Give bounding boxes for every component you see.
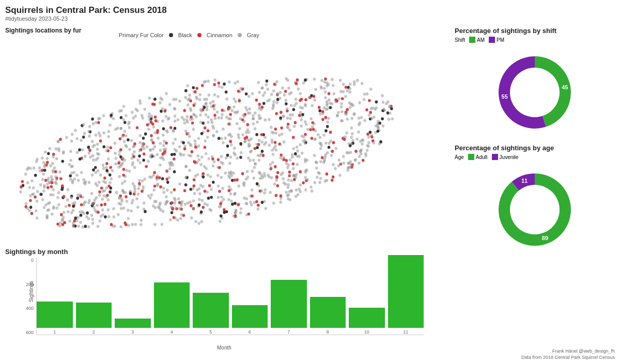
adult-legend-item: Adult bbox=[468, 154, 488, 160]
bar-rect bbox=[310, 297, 346, 328]
juvenile-legend-item: Juvenile bbox=[492, 154, 519, 160]
bar-group: 11 bbox=[388, 255, 424, 335]
main-title: Squirrels in Central Park: Census 2018 bbox=[5, 5, 167, 15]
footer-line1: Frank Hänel @web_design_fh bbox=[521, 348, 615, 355]
scatter-plot bbox=[5, 39, 429, 245]
bar-chart-title: Sightings by month bbox=[5, 248, 429, 256]
adult-label: Adult bbox=[476, 154, 488, 160]
bar-rect bbox=[232, 305, 268, 328]
age-donut-wrapper bbox=[455, 163, 615, 256]
age-donut-chart bbox=[488, 163, 581, 256]
bar-month-label: 7 bbox=[287, 329, 290, 335]
bar-month-label: 4 bbox=[171, 329, 173, 335]
age-legend-label: Age bbox=[455, 154, 464, 160]
bar-rect bbox=[76, 303, 112, 328]
bar-rect bbox=[154, 282, 190, 328]
scatter-canvas bbox=[5, 39, 429, 245]
bar-group: 4 bbox=[154, 282, 190, 335]
bar-group: 3 bbox=[115, 319, 151, 335]
black-label: Black bbox=[178, 32, 192, 38]
am-label: AM bbox=[477, 37, 485, 43]
y-axis-label: Sightings bbox=[28, 281, 34, 302]
bar-month-label: 5 bbox=[209, 329, 212, 335]
gray-label: Gray bbox=[247, 32, 259, 38]
y-tick-0: 0 bbox=[21, 258, 34, 263]
x-axis-label: Month bbox=[217, 345, 231, 351]
pm-label: PM bbox=[497, 37, 504, 43]
cinnamon-label: Cinnamon bbox=[207, 32, 233, 38]
adult-swatch-icon bbox=[468, 154, 474, 160]
bar-rect bbox=[349, 308, 385, 328]
age-chart-title: Percentage of sightings by age bbox=[455, 144, 615, 152]
y-tick-400: 400 bbox=[21, 306, 34, 311]
bars-area: 123456781011 bbox=[36, 258, 424, 335]
bar-rect bbox=[37, 302, 73, 328]
bar-group: 7 bbox=[271, 280, 307, 335]
gray-dot-icon bbox=[238, 33, 242, 37]
bar-month-label: 2 bbox=[92, 329, 95, 335]
bar-rect bbox=[388, 255, 424, 328]
shift-legend: Shift AM PM bbox=[455, 37, 615, 43]
pm-legend-item: PM bbox=[489, 37, 504, 43]
bar-rect bbox=[271, 280, 307, 328]
bar-group: 5 bbox=[193, 293, 229, 335]
bar-month-label: 1 bbox=[53, 329, 56, 335]
footer-line2: Data from 2018 Central Park Squirrel Cen… bbox=[521, 354, 615, 361]
am-swatch-icon bbox=[469, 37, 475, 43]
bar-group: 2 bbox=[76, 303, 112, 335]
bar-rect bbox=[115, 319, 151, 328]
juvenile-swatch-icon bbox=[492, 154, 498, 160]
bar-month-label: 3 bbox=[131, 329, 134, 335]
bar-group: 10 bbox=[349, 308, 385, 335]
am-legend-item: AM bbox=[469, 37, 485, 43]
shift-donut-chart bbox=[488, 46, 581, 139]
bar-chart-container: 600 400 200 0 Sightings 123456781011 Mon… bbox=[21, 258, 434, 351]
bar-month-label: 11 bbox=[403, 329, 408, 335]
bar-rect bbox=[193, 293, 229, 328]
sightings-label: Sightings locations by fur bbox=[5, 27, 81, 34]
cinnamon-dot-icon bbox=[197, 33, 202, 37]
bar-group: 6 bbox=[232, 305, 268, 335]
pm-swatch-icon bbox=[489, 37, 495, 43]
shift-legend-label: Shift bbox=[455, 37, 465, 43]
fur-color-legend-label: Primary Fur Color bbox=[119, 32, 164, 38]
bar-chart-section: Sightings by month 600 400 200 0 Sightin… bbox=[5, 248, 429, 356]
juvenile-label: Juvenile bbox=[500, 154, 519, 160]
age-legend: Age Adult Juvenile bbox=[455, 154, 615, 160]
shift-chart-title: Percentage of sightings by shift bbox=[455, 27, 615, 35]
right-panel: Percentage of sightings by shift Shift A… bbox=[455, 27, 615, 261]
bar-group: 1 bbox=[37, 302, 73, 335]
black-dot-icon bbox=[169, 33, 173, 37]
y-tick-600: 600 bbox=[21, 330, 34, 335]
subtitle: #tidytuesday 2023-05-23 bbox=[5, 15, 68, 22]
bar-group: 8 bbox=[310, 297, 346, 335]
footer: Frank Hänel @web_design_fh Data from 201… bbox=[521, 348, 615, 361]
bar-month-label: 6 bbox=[249, 329, 251, 335]
bar-month-label: 10 bbox=[364, 329, 369, 335]
shift-donut-wrapper bbox=[455, 46, 615, 139]
fur-color-legend: Primary Fur Color Black Cinnamon Gray bbox=[119, 32, 259, 38]
bar-month-label: 8 bbox=[327, 329, 329, 335]
